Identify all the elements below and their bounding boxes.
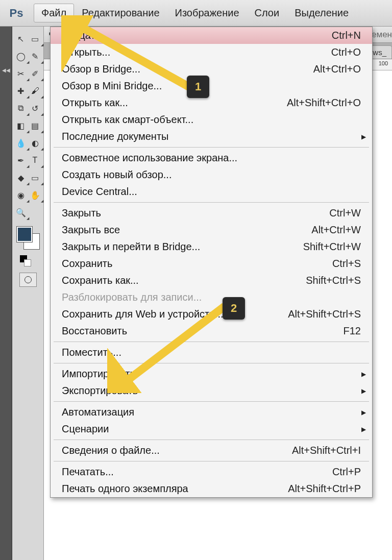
menubar: Ps Файл Редактирование Изображение Слои … — [0, 0, 392, 27]
menu-shortcut: Ctrl+W — [329, 207, 361, 219]
quick-select-tool-icon[interactable]: ✎ — [28, 49, 42, 63]
blur-tool-icon[interactable]: 💧 — [14, 136, 28, 150]
menu-shortcut: Alt+Shift+Ctrl+O — [287, 97, 361, 109]
menu-separator — [54, 401, 369, 402]
move-tool-icon[interactable]: ↖ — [14, 32, 28, 46]
history-brush-tool-icon[interactable]: ↺ — [28, 101, 42, 115]
hand-tool-icon[interactable]: ✋ — [28, 188, 42, 202]
menu-shortcut: Ctrl+P — [332, 466, 361, 478]
zoom-tool-icon[interactable]: 🔍 — [14, 205, 28, 220]
annotation-badge-1: 1 — [187, 76, 209, 98]
annotation-arrow-1 — [61, 15, 194, 97]
lasso-tool-icon[interactable]: ◯ — [14, 49, 28, 63]
menu-label: Печатать... — [62, 466, 114, 478]
menu-shortcut: Ctrl+N — [332, 30, 361, 41]
type-tool-icon[interactable]: T — [28, 153, 42, 167]
svg-line-0 — [71, 21, 189, 87]
menu-label: Открыть как... — [62, 97, 128, 109]
tools-panel: ↖▭ ◯✎ ✂✐ ✚🖌 ⧉↺ ◧▤ 💧◐ ✒T ◆▭ ◉✋ 🔍 — [12, 27, 44, 560]
default-colors-icon-2[interactable] — [24, 259, 31, 266]
menu-separator — [54, 440, 369, 440]
annotation-badge-2: 2 — [223, 297, 245, 320]
pen-tool-icon[interactable]: ✒ — [14, 153, 28, 167]
dodge-tool-icon[interactable]: ◐ — [28, 136, 42, 150]
quickmask-button[interactable] — [19, 273, 37, 287]
menu-shortcut: Shift+Ctrl+W — [303, 241, 361, 253]
menu-label: Открыть как смарт-объект... — [62, 114, 193, 126]
menu-shortcut: Alt+Ctrl+W — [311, 224, 361, 236]
menu-item-scripts[interactable]: Сценарии ▶ — [51, 421, 372, 437]
menu-label: Закрыть — [62, 207, 101, 219]
menu-label: Сохранить — [62, 258, 112, 270]
menu-label: Печать одного экземпляра — [62, 483, 188, 495]
eyedropper-tool-icon[interactable]: ✐ — [28, 66, 42, 81]
expand-panels-icon[interactable]: ◀◀ — [2, 67, 10, 73]
menu-item-file-info[interactable]: Сведения о файле... Alt+Shift+Ctrl+I — [51, 442, 372, 459]
menu-label: Device Central... — [62, 186, 137, 198]
menu-label: Сценарии — [62, 423, 109, 435]
menu-shortcut: Ctrl+S — [332, 258, 361, 270]
submenu-arrow-icon: ▶ — [361, 426, 366, 433]
annotation-arrow-2 — [107, 301, 235, 393]
fg-color-swatch[interactable] — [17, 227, 32, 242]
menu-label: Совместное использование экрана... — [62, 152, 237, 164]
menu-label: Закрыть все — [62, 224, 120, 236]
stamp-tool-icon[interactable]: ⧉ — [14, 101, 28, 115]
color-swatches[interactable] — [17, 227, 39, 249]
menu-separator — [54, 202, 369, 203]
panel-dock-strip[interactable]: ◀◀ — [0, 27, 12, 560]
menu-label: Автоматизация — [62, 406, 134, 418]
marquee-tool-icon[interactable]: ▭ — [28, 32, 42, 46]
menu-shortcut: Ctrl+O — [331, 46, 361, 58]
menu-layer[interactable]: Слои — [247, 4, 287, 22]
menu-item-new-review[interactable]: Создать новый обзор... — [51, 166, 372, 183]
menu-item-close[interactable]: Закрыть Ctrl+W — [51, 205, 372, 222]
menu-shortcut: Alt+Shift+Ctrl+P — [288, 483, 361, 495]
brush-tool-icon[interactable]: 🖌 — [28, 84, 42, 98]
menu-shortcut: Alt+Ctrl+O — [313, 63, 361, 75]
menu-shortcut: Alt+Shift+Ctrl+S — [288, 308, 361, 320]
menu-separator — [54, 461, 369, 461]
submenu-arrow-icon: ▶ — [361, 387, 366, 395]
menu-item-save[interactable]: Сохранить Ctrl+S — [51, 255, 372, 272]
menu-select[interactable]: Выделение — [287, 4, 356, 22]
menu-item-save-as[interactable]: Сохранить как... Shift+Ctrl+S — [51, 272, 372, 289]
menu-label: Сведения о файле... — [62, 445, 160, 456]
menu-shortcut: F12 — [344, 325, 361, 337]
menu-item-device-central[interactable]: Device Central... — [51, 183, 372, 200]
menu-shortcut: Alt+Shift+Ctrl+I — [292, 445, 361, 456]
menu-label: Создать новый обзор... — [62, 169, 172, 181]
options-text-fragment: емен — [372, 30, 392, 40]
file-dropdown-menu: Создать... Ctrl+N Открыть... Ctrl+O Обзо… — [50, 27, 373, 498]
shape-tool-icon[interactable]: ▭ — [28, 171, 42, 185]
menu-item-open-smart[interactable]: Открыть как смарт-объект... — [51, 111, 372, 128]
menu-item-share-screen[interactable]: Совместное использование экрана... — [51, 150, 372, 166]
app-logo: Ps — [4, 4, 29, 22]
menu-item-close-all[interactable]: Закрыть все Alt+Ctrl+W — [51, 222, 372, 238]
menu-item-print-one[interactable]: Печать одного экземпляра Alt+Shift+Ctrl+… — [51, 480, 372, 497]
crop-tool-icon[interactable]: ✂ — [14, 66, 28, 81]
3d-tool-icon[interactable]: ◉ — [14, 188, 28, 202]
menu-item-print[interactable]: Печатать... Ctrl+P — [51, 464, 372, 480]
healing-tool-icon[interactable]: ✚ — [14, 84, 28, 98]
menu-separator — [54, 147, 369, 148]
submenu-arrow-icon: ▶ — [361, 409, 366, 416]
submenu-arrow-icon: ▶ — [361, 133, 366, 140]
menu-item-recent[interactable]: Последние документы ▶ — [51, 128, 372, 145]
menu-item-close-bridge[interactable]: Закрыть и перейти в Bridge... Shift+Ctrl… — [51, 238, 372, 255]
submenu-arrow-icon: ▶ — [361, 371, 366, 378]
ruler-tick-label: 100 — [379, 60, 388, 66]
gradient-tool-icon[interactable]: ▤ — [28, 118, 42, 133]
menu-shortcut: Shift+Ctrl+S — [306, 275, 361, 286]
menu-label: Закрыть и перейти в Bridge... — [62, 241, 200, 253]
path-select-tool-icon[interactable]: ◆ — [14, 171, 28, 185]
menu-label: Сохранить как... — [62, 275, 139, 286]
menu-label: Последние документы — [62, 131, 168, 142]
svg-line-1 — [117, 306, 225, 388]
eraser-tool-icon[interactable]: ◧ — [14, 118, 28, 133]
menu-item-automate[interactable]: Автоматизация ▶ — [51, 404, 372, 421]
